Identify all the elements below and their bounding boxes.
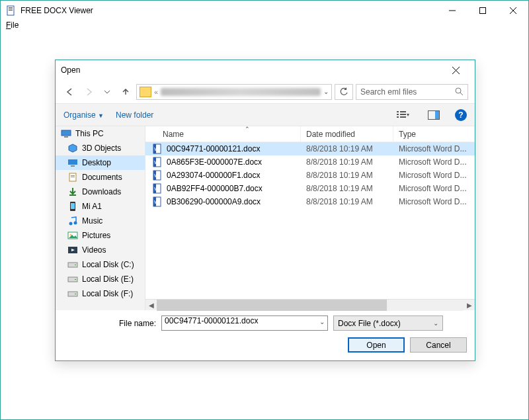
app-titlebar: FREE DOCX Viewer <box>1 1 528 21</box>
file-name: 0A293074-000000F1.docx <box>167 171 260 180</box>
help-button[interactable]: ? <box>455 109 467 121</box>
file-date: 8/8/2018 10:19 AM <box>301 157 393 167</box>
docx-icon: W <box>152 170 163 181</box>
search-input[interactable]: Search eml files <box>356 84 468 100</box>
chevron-down-icon: ▼ <box>98 112 104 119</box>
file-name: 00C94771-00000121.docx <box>167 144 260 153</box>
cancel-button[interactable]: Cancel <box>410 337 467 353</box>
dialog-close-button[interactable] <box>442 60 469 80</box>
close-button[interactable] <box>498 1 528 21</box>
recent-dropdown[interactable] <box>99 84 115 100</box>
docx-icon: W <box>152 183 163 194</box>
sidebar-item-label: Mi A1 <box>82 202 102 211</box>
column-name[interactable]: Name <box>145 126 301 142</box>
folder-icon <box>67 259 78 270</box>
sidebar-item-downloads[interactable]: Downloads <box>56 185 145 199</box>
minimize-button[interactable] <box>437 1 468 21</box>
sidebar-item-desktop[interactable]: Desktop <box>56 155 145 170</box>
svg-rect-5 <box>480 8 486 14</box>
svg-rect-33 <box>71 203 75 209</box>
file-row[interactable]: W0AB92FF4-000000B7.docx8/8/2018 10:19 AM… <box>145 182 475 195</box>
file-type-filter[interactable]: Docx File (*.docx) ⌄ <box>333 315 443 331</box>
file-name-label: File name: <box>63 319 156 328</box>
file-row[interactable]: W00C94771-00000121.docx8/8/2018 10:19 AM… <box>145 142 475 155</box>
open-button[interactable]: Open <box>348 337 405 353</box>
forward-button[interactable] <box>81 84 97 100</box>
pc-icon <box>61 128 71 139</box>
svg-line-14 <box>460 93 463 95</box>
sidebar-item-label: Local Disk (C:) <box>82 260 134 269</box>
sidebar-item-local-disk-f-[interactable]: Local Disk (F:) <box>56 286 145 301</box>
sidebar-item-label: Pictures <box>82 231 110 240</box>
svg-rect-20 <box>400 116 406 118</box>
svg-rect-29 <box>71 175 75 176</box>
maximize-button[interactable] <box>468 1 498 21</box>
file-date: 8/8/2018 10:19 AM <box>301 171 393 180</box>
sidebar-item-label: Desktop <box>82 158 111 167</box>
toolbar: Organise ▼ New folder ? <box>56 103 475 126</box>
svg-rect-26 <box>68 159 77 165</box>
sort-indicator-icon: ⌃ <box>245 126 250 132</box>
address-path <box>161 88 321 96</box>
scroll-left-icon[interactable]: ◀ <box>145 300 157 311</box>
refresh-button[interactable] <box>335 84 353 100</box>
folder-icon <box>67 230 78 241</box>
sidebar-this-pc[interactable]: This PC <box>56 126 145 141</box>
menu-file[interactable]: File <box>6 21 19 30</box>
sidebar-item-mi-a1[interactable]: Mi A1 <box>56 199 145 214</box>
file-row[interactable]: W0A293074-000000F1.docx8/8/2018 10:19 AM… <box>145 169 475 182</box>
preview-pane-button[interactable] <box>425 108 443 122</box>
file-row[interactable]: W0B306290-000000A9.docx8/8/2018 10:19 AM… <box>145 195 475 208</box>
file-name-input[interactable]: 00C94771-00000121.docx ⌄ <box>161 315 328 331</box>
file-row[interactable]: W0A865F3E-0000007E.docx8/8/2018 10:19 AM… <box>145 155 475 169</box>
svg-rect-31 <box>69 194 76 196</box>
back-button[interactable] <box>62 84 78 100</box>
sidebar-item-documents[interactable]: Documents <box>56 170 145 185</box>
horizontal-scrollbar[interactable]: ◀ ▶ <box>145 299 475 310</box>
chevron-down-icon[interactable]: ⌄ <box>323 88 329 95</box>
sidebar-item-local-disk-e-[interactable]: Local Disk (E:) <box>56 272 145 286</box>
chevron-down-icon: ⌄ <box>433 319 438 327</box>
sidebar-item-label: Local Disk (F:) <box>82 289 133 298</box>
sidebar-item-music[interactable]: Music <box>56 214 145 228</box>
sidebar-item-pictures[interactable]: Pictures <box>56 228 145 243</box>
svg-rect-43 <box>75 279 76 280</box>
folder-icon <box>67 288 78 299</box>
column-date[interactable]: Date modified <box>301 126 393 142</box>
file-type: Microsoft Word D... <box>393 157 475 167</box>
sidebar-item-videos[interactable]: Videos <box>56 243 145 257</box>
file-name: 0B306290-000000A9.docx <box>167 197 261 206</box>
scroll-right-icon[interactable]: ▶ <box>464 300 475 311</box>
view-mode-button[interactable] <box>394 108 413 122</box>
organise-menu[interactable]: Organise ▼ <box>63 110 104 120</box>
svg-rect-1 <box>9 7 13 8</box>
svg-rect-22 <box>435 111 439 119</box>
svg-rect-3 <box>9 10 13 11</box>
docx-icon: W <box>152 196 163 207</box>
sidebar-item-3d-objects[interactable]: 3D Objects <box>56 141 145 155</box>
folder-icon <box>67 172 78 183</box>
up-button[interactable] <box>118 84 134 100</box>
new-folder-button[interactable]: New folder <box>116 110 153 120</box>
sidebar-item-label: Downloads <box>82 187 121 196</box>
svg-text:W: W <box>154 173 159 178</box>
svg-text:W: W <box>154 160 159 165</box>
address-bar[interactable]: « ⌄ <box>136 84 332 100</box>
svg-text:W: W <box>154 147 159 151</box>
file-type: Microsoft Word D... <box>393 171 475 180</box>
svg-rect-45 <box>75 294 76 294</box>
svg-rect-19 <box>400 114 406 115</box>
chevron-down-icon[interactable]: ⌄ <box>319 318 325 325</box>
svg-rect-30 <box>71 177 75 177</box>
app-icon <box>6 5 17 16</box>
svg-rect-41 <box>75 265 76 265</box>
file-type: Microsoft Word D... <box>393 144 475 153</box>
sidebar-item-local-disk-c-[interactable]: Local Disk (C:) <box>56 257 145 272</box>
column-type[interactable]: Type <box>393 126 475 142</box>
sidebar: This PC 3D ObjectsDesktopDocumentsDownlo… <box>56 126 145 310</box>
open-dialog: Open « ⌄ Search eml files Organise ▼ New… <box>55 60 475 361</box>
svg-rect-2 <box>9 9 13 9</box>
folder-icon <box>67 274 78 284</box>
folder-icon <box>67 187 78 197</box>
docx-icon: W <box>152 157 163 167</box>
